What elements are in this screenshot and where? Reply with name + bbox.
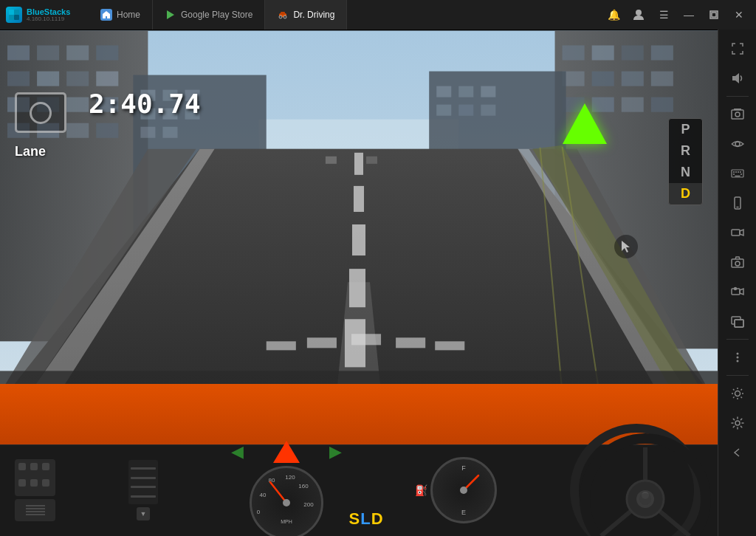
svg-line-144 (733, 397, 735, 399)
screenshot-game-btn[interactable] (724, 101, 751, 128)
svg-rect-131 (735, 320, 743, 327)
svg-point-107 (639, 493, 651, 505)
svg-rect-65 (352, 224, 365, 255)
volume-btn[interactable] (724, 65, 751, 92)
svg-rect-33 (592, 45, 614, 60)
warning-triangle (273, 441, 300, 463)
gallery-btn[interactable] (724, 308, 751, 334)
sidebar-divider-2 (726, 339, 749, 340)
more-btn[interactable] (724, 344, 751, 371)
dashboard: ▼ ◀ ▶ 80 120 40 (0, 384, 718, 536)
svg-rect-51 (140, 127, 155, 138)
gas-can-icon: ⛽ (415, 484, 427, 496)
back-btn[interactable] (724, 439, 751, 466)
keyboard-btn[interactable] (724, 160, 751, 187)
svg-marker-4 (167, 10, 174, 19)
svg-text:160: 160 (298, 483, 309, 489)
titlebar-actions: 🔔 ☰ — ✕ (597, 4, 756, 26)
svg-text:120: 120 (285, 474, 295, 481)
gear-dot (18, 463, 26, 470)
notification-btn[interactable]: 🔔 (602, 4, 625, 26)
settings-btn[interactable] (724, 410, 751, 436)
dash-left-controls (15, 459, 55, 521)
svg-line-94 (270, 482, 286, 503)
svg-point-126 (735, 261, 740, 266)
tab-dr-driving[interactable]: Dr. Driving (265, 0, 347, 30)
svg-rect-8 (281, 12, 285, 15)
svg-point-112 (735, 142, 740, 146)
svg-rect-37 (592, 72, 614, 86)
svg-rect-19 (7, 72, 30, 86)
svg-rect-29 (66, 123, 89, 138)
svg-rect-123 (732, 230, 740, 236)
vent-panel (128, 460, 158, 504)
svg-point-134 (736, 357, 738, 359)
dr-driving-icon (277, 9, 289, 21)
account-btn[interactable] (628, 4, 650, 26)
svg-rect-109 (732, 110, 743, 119)
gear-dot (42, 479, 49, 487)
tab-google-play[interactable]: Google Play Store (153, 0, 265, 30)
tab-home[interactable]: Home (89, 0, 153, 30)
steering-wheel (570, 424, 703, 536)
gear-indicator: P R N D (668, 118, 703, 205)
navigation-arrow (563, 103, 607, 144)
gear-r: R (669, 140, 702, 162)
close-btn[interactable]: ✕ (728, 4, 750, 26)
camera-btn[interactable] (724, 249, 751, 275)
speedometer: 80 120 40 160 0 200 MPH (250, 466, 323, 536)
record-btn[interactable] (724, 278, 751, 305)
sld-s: S (348, 509, 360, 528)
svg-rect-11 (712, 13, 716, 17)
svg-text:40: 40 (260, 492, 267, 498)
svg-rect-81 (366, 157, 377, 164)
bluestacks-logo (6, 7, 22, 23)
svg-rect-3 (14, 15, 19, 20)
game-timer: 2:40.74 (89, 89, 201, 119)
svg-text:E: E (461, 509, 466, 516)
game-area[interactable]: 2:40.74 Lane P R N D (0, 30, 718, 536)
eye-view-btn[interactable] (724, 131, 751, 157)
scroll-button[interactable]: ▼ (137, 507, 150, 520)
svg-point-99 (460, 487, 467, 494)
svg-text:0: 0 (257, 509, 261, 515)
svg-rect-54 (436, 86, 451, 97)
svg-rect-57 (436, 105, 451, 116)
dash-interior: ▼ ◀ ▶ 80 120 40 (0, 445, 718, 536)
svg-point-145 (735, 421, 740, 425)
gear-dot (30, 463, 38, 470)
svg-point-136 (735, 391, 740, 396)
brightness-btn[interactable] (724, 380, 751, 407)
tab-dr-driving-label: Dr. Driving (293, 10, 334, 20)
svg-rect-35 (651, 45, 673, 60)
svg-point-6 (279, 16, 282, 18)
logo-text: BlueStacks 4.160.10.1119 (27, 8, 70, 22)
svg-rect-2 (9, 15, 14, 20)
svg-rect-18 (96, 45, 118, 60)
svg-text:200: 200 (303, 501, 314, 508)
logo-area: BlueStacks 4.160.10.1119 (0, 7, 89, 23)
logo-version: 4.160.10.1119 (27, 16, 70, 22)
vent-line (131, 467, 156, 470)
svg-point-129 (734, 288, 736, 290)
svg-rect-25 (66, 97, 89, 112)
video-cam-btn[interactable] (724, 219, 751, 246)
phone-btn[interactable] (724, 190, 751, 216)
svg-rect-75 (267, 341, 296, 350)
svg-point-111 (735, 112, 740, 117)
tab-home-label: Home (117, 10, 140, 20)
fullscreen-btn[interactable] (724, 35, 751, 62)
gear-p: P (669, 119, 702, 140)
menu-btn[interactable]: ☰ (653, 4, 675, 26)
maximize-btn[interactable] (703, 4, 725, 26)
street-scene (0, 30, 718, 394)
minimize-btn[interactable]: — (678, 4, 700, 26)
svg-line-143 (740, 389, 742, 391)
svg-rect-59 (481, 105, 495, 116)
speaker-box (15, 499, 55, 521)
svg-point-133 (736, 353, 738, 355)
svg-rect-110 (734, 109, 741, 110)
svg-text:F: F (461, 464, 466, 472)
tabs-area: Home Google Play Store Dr. Driving (89, 0, 597, 30)
svg-marker-108 (732, 73, 739, 83)
